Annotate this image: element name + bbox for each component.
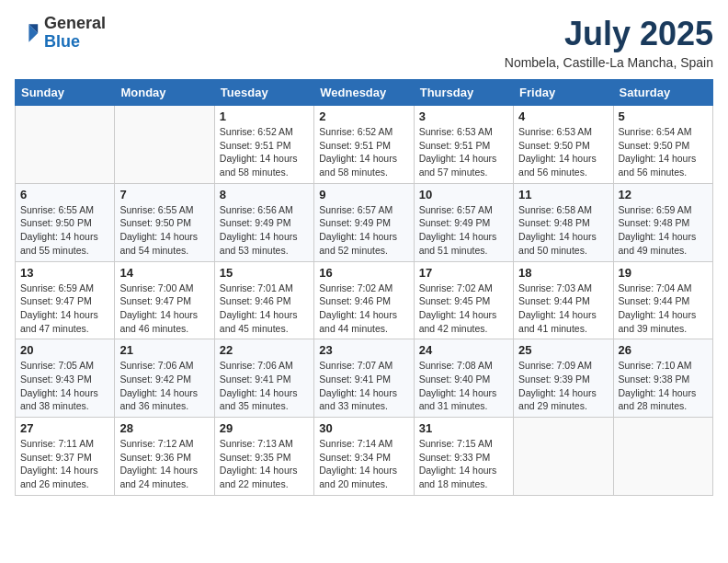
day-header-friday: Friday bbox=[514, 80, 613, 106]
day-info: Sunrise: 7:02 AMSunset: 9:46 PMDaylight:… bbox=[319, 282, 408, 336]
calendar-cell: 3 Sunrise: 6:53 AMSunset: 9:51 PMDayligh… bbox=[414, 106, 513, 184]
day-number: 17 bbox=[419, 266, 508, 280]
calendar-cell: 12 Sunrise: 6:59 AMSunset: 9:48 PMDaylig… bbox=[613, 183, 712, 261]
calendar-cell: 1 Sunrise: 6:52 AMSunset: 9:51 PMDayligh… bbox=[214, 106, 313, 184]
calendar-cell: 26 Sunrise: 7:10 AMSunset: 9:38 PMDaylig… bbox=[613, 339, 712, 418]
calendar-cell bbox=[613, 418, 712, 496]
day-info: Sunrise: 6:56 AMSunset: 9:49 PMDaylight:… bbox=[220, 203, 309, 258]
day-number: 13 bbox=[20, 266, 109, 280]
calendar-cell: 18 Sunrise: 7:03 AMSunset: 9:44 PMDaylig… bbox=[514, 261, 613, 339]
day-number: 2 bbox=[319, 109, 408, 123]
day-number: 16 bbox=[319, 266, 408, 280]
day-number: 9 bbox=[319, 188, 408, 201]
logo-general: General bbox=[44, 15, 106, 33]
day-number: 15 bbox=[220, 266, 309, 280]
day-number: 7 bbox=[119, 188, 209, 201]
day-info: Sunrise: 7:03 AMSunset: 9:44 PMDaylight:… bbox=[518, 282, 608, 336]
day-number: 8 bbox=[220, 188, 309, 201]
calendar-table: SundayMondayTuesdayWednesdayThursdayFrid… bbox=[15, 79, 713, 496]
calendar-cell: 20 Sunrise: 7:05 AMSunset: 9:43 PMDaylig… bbox=[16, 339, 115, 418]
calendar-cell: 7 Sunrise: 6:55 AMSunset: 9:50 PMDayligh… bbox=[115, 183, 214, 261]
day-info: Sunrise: 7:07 AMSunset: 9:41 PMDaylight:… bbox=[319, 359, 408, 413]
calendar-cell: 16 Sunrise: 7:02 AMSunset: 9:46 PMDaylig… bbox=[314, 261, 414, 339]
day-info: Sunrise: 7:06 AMSunset: 9:41 PMDaylight:… bbox=[220, 359, 309, 413]
day-header-thursday: Thursday bbox=[414, 80, 513, 106]
day-info: Sunrise: 7:00 AMSunset: 9:47 PMDaylight:… bbox=[119, 282, 209, 336]
day-number: 26 bbox=[619, 343, 708, 357]
day-number: 29 bbox=[220, 421, 309, 435]
calendar-cell: 21 Sunrise: 7:06 AMSunset: 9:42 PMDaylig… bbox=[115, 339, 214, 418]
day-header-monday: Monday bbox=[115, 80, 214, 106]
day-info: Sunrise: 7:08 AMSunset: 9:40 PMDaylight:… bbox=[419, 359, 508, 413]
day-info: Sunrise: 6:58 AMSunset: 9:48 PMDaylight:… bbox=[518, 203, 608, 258]
calendar-cell bbox=[514, 418, 613, 496]
day-number: 3 bbox=[419, 109, 508, 123]
day-info: Sunrise: 7:01 AMSunset: 9:46 PMDaylight:… bbox=[220, 282, 309, 336]
calendar-cell: 29 Sunrise: 7:13 AMSunset: 9:35 PMDaylig… bbox=[214, 418, 313, 496]
day-number: 5 bbox=[619, 109, 708, 123]
day-info: Sunrise: 6:53 AMSunset: 9:51 PMDaylight:… bbox=[419, 125, 508, 179]
calendar-cell: 15 Sunrise: 7:01 AMSunset: 9:46 PMDaylig… bbox=[214, 261, 313, 339]
calendar-cell: 5 Sunrise: 6:54 AMSunset: 9:50 PMDayligh… bbox=[613, 106, 712, 184]
day-info: Sunrise: 6:59 AMSunset: 9:47 PMDaylight:… bbox=[20, 282, 109, 336]
day-info: Sunrise: 7:02 AMSunset: 9:45 PMDaylight:… bbox=[419, 282, 508, 336]
day-info: Sunrise: 6:59 AMSunset: 9:48 PMDaylight:… bbox=[619, 203, 708, 258]
day-info: Sunrise: 7:06 AMSunset: 9:42 PMDaylight:… bbox=[119, 359, 209, 413]
day-info: Sunrise: 6:53 AMSunset: 9:50 PMDaylight:… bbox=[518, 125, 608, 179]
header: General Blue July 2025 Nombela, Castille… bbox=[15, 15, 713, 70]
calendar-cell: 30 Sunrise: 7:14 AMSunset: 9:34 PMDaylig… bbox=[314, 418, 414, 496]
day-number: 19 bbox=[619, 266, 708, 280]
calendar-cell: 19 Sunrise: 7:04 AMSunset: 9:44 PMDaylig… bbox=[613, 261, 712, 339]
days-header-row: SundayMondayTuesdayWednesdayThursdayFrid… bbox=[16, 80, 713, 106]
calendar-subtitle: Nombela, Castille-La Mancha, Spain bbox=[505, 55, 713, 70]
day-info: Sunrise: 7:10 AMSunset: 9:38 PMDaylight:… bbox=[619, 359, 708, 413]
logo-blue: Blue bbox=[44, 33, 106, 52]
day-header-saturday: Saturday bbox=[613, 80, 712, 106]
day-number: 24 bbox=[419, 343, 508, 357]
week-row-5: 27 Sunrise: 7:11 AMSunset: 9:37 PMDaylig… bbox=[16, 418, 713, 496]
logo: General Blue bbox=[15, 15, 106, 52]
logo-icon bbox=[15, 20, 40, 46]
week-row-1: 1 Sunrise: 6:52 AMSunset: 9:51 PMDayligh… bbox=[16, 106, 713, 184]
week-row-2: 6 Sunrise: 6:55 AMSunset: 9:50 PMDayligh… bbox=[16, 183, 713, 261]
calendar-cell: 9 Sunrise: 6:57 AMSunset: 9:49 PMDayligh… bbox=[314, 183, 414, 261]
calendar-cell: 17 Sunrise: 7:02 AMSunset: 9:45 PMDaylig… bbox=[414, 261, 513, 339]
day-number: 23 bbox=[319, 343, 408, 357]
day-info: Sunrise: 7:11 AMSunset: 9:37 PMDaylight:… bbox=[20, 437, 109, 491]
day-info: Sunrise: 7:12 AMSunset: 9:36 PMDaylight:… bbox=[119, 437, 209, 491]
calendar-cell: 27 Sunrise: 7:11 AMSunset: 9:37 PMDaylig… bbox=[16, 418, 115, 496]
day-number: 6 bbox=[20, 188, 109, 201]
title-area: July 2025 Nombela, Castille-La Mancha, S… bbox=[505, 15, 713, 70]
day-info: Sunrise: 7:09 AMSunset: 9:39 PMDaylight:… bbox=[518, 359, 608, 413]
day-number: 25 bbox=[518, 343, 608, 357]
day-info: Sunrise: 6:57 AMSunset: 9:49 PMDaylight:… bbox=[319, 203, 408, 258]
day-info: Sunrise: 7:14 AMSunset: 9:34 PMDaylight:… bbox=[319, 437, 408, 491]
calendar-cell: 10 Sunrise: 6:57 AMSunset: 9:49 PMDaylig… bbox=[414, 183, 513, 261]
day-number: 28 bbox=[119, 421, 209, 435]
day-info: Sunrise: 6:55 AMSunset: 9:50 PMDaylight:… bbox=[119, 203, 209, 258]
day-number: 12 bbox=[619, 188, 708, 201]
day-number: 31 bbox=[419, 421, 508, 435]
calendar-cell bbox=[115, 106, 214, 184]
day-number: 10 bbox=[419, 188, 508, 201]
day-info: Sunrise: 6:57 AMSunset: 9:49 PMDaylight:… bbox=[419, 203, 508, 258]
week-row-4: 20 Sunrise: 7:05 AMSunset: 9:43 PMDaylig… bbox=[16, 339, 713, 418]
calendar-cell bbox=[16, 106, 115, 184]
day-info: Sunrise: 7:05 AMSunset: 9:43 PMDaylight:… bbox=[20, 359, 109, 413]
calendar-body: 1 Sunrise: 6:52 AMSunset: 9:51 PMDayligh… bbox=[16, 106, 713, 496]
day-number: 11 bbox=[518, 188, 608, 201]
day-info: Sunrise: 7:15 AMSunset: 9:33 PMDaylight:… bbox=[419, 437, 508, 491]
day-number: 14 bbox=[119, 266, 209, 280]
day-number: 21 bbox=[119, 343, 209, 357]
week-row-3: 13 Sunrise: 6:59 AMSunset: 9:47 PMDaylig… bbox=[16, 261, 713, 339]
calendar-cell: 31 Sunrise: 7:15 AMSunset: 9:33 PMDaylig… bbox=[414, 418, 513, 496]
day-info: Sunrise: 6:54 AMSunset: 9:50 PMDaylight:… bbox=[619, 125, 708, 179]
day-number: 1 bbox=[220, 109, 309, 123]
calendar-cell: 22 Sunrise: 7:06 AMSunset: 9:41 PMDaylig… bbox=[214, 339, 313, 418]
calendar-cell: 13 Sunrise: 6:59 AMSunset: 9:47 PMDaylig… bbox=[16, 261, 115, 339]
calendar-cell: 25 Sunrise: 7:09 AMSunset: 9:39 PMDaylig… bbox=[514, 339, 613, 418]
calendar-cell: 23 Sunrise: 7:07 AMSunset: 9:41 PMDaylig… bbox=[314, 339, 414, 418]
day-number: 27 bbox=[20, 421, 109, 435]
calendar-cell: 24 Sunrise: 7:08 AMSunset: 9:40 PMDaylig… bbox=[414, 339, 513, 418]
day-number: 4 bbox=[518, 109, 608, 123]
